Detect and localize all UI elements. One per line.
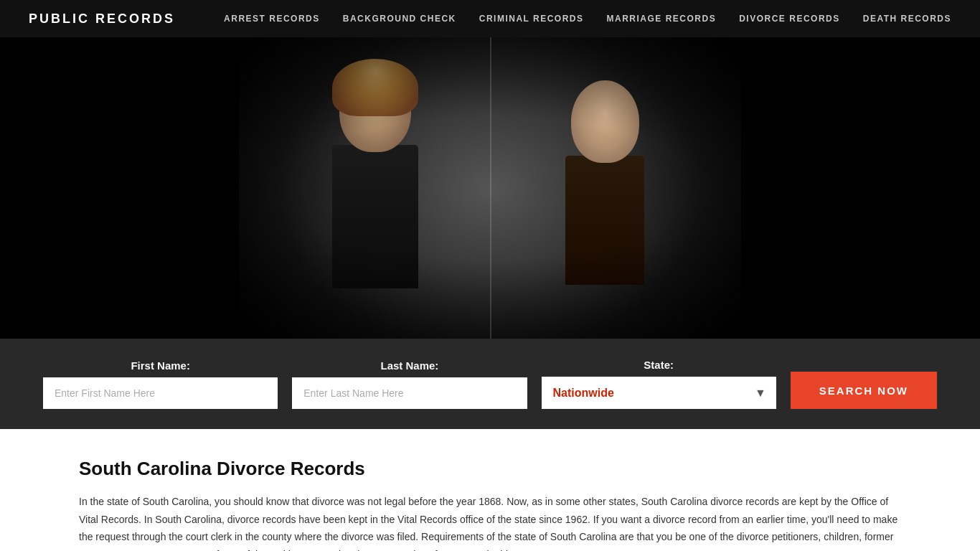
page-content: South Carolina Divorce Records In the st… bbox=[0, 429, 980, 551]
state-select[interactable]: NationwideAlabamaAlaskaArizonaArkansasCa… bbox=[542, 377, 776, 409]
site-logo: PUBLIC RECORDS bbox=[29, 11, 175, 27]
nav-item-death-records[interactable]: DEATH RECORDS bbox=[863, 14, 951, 24]
hero-background bbox=[0, 37, 980, 339]
state-label: State: bbox=[542, 359, 776, 371]
person-left-hair bbox=[332, 59, 418, 116]
person-left bbox=[296, 66, 454, 331]
person-right-hair bbox=[557, 70, 654, 163]
site-header: PUBLIC RECORDS ARREST RECORDSBACKGROUND … bbox=[0, 0, 980, 37]
first-name-label: First Name: bbox=[43, 359, 278, 372]
last-name-input[interactable] bbox=[292, 377, 527, 409]
nav-item-divorce-records[interactable]: DIVORCE RECORDS bbox=[739, 14, 840, 24]
image-divider bbox=[490, 37, 491, 339]
hero-image bbox=[0, 37, 980, 339]
person-left-head bbox=[339, 66, 411, 152]
state-field: State: NationwideAlabamaAlaskaArizonaArk… bbox=[542, 359, 776, 409]
main-nav: ARREST RECORDSBACKGROUND CHECKCRIMINAL R… bbox=[224, 14, 951, 24]
nav-item-arrest-records[interactable]: ARREST RECORDS bbox=[224, 14, 320, 24]
last-name-label: Last Name: bbox=[292, 359, 527, 372]
nav-item-background-check[interactable]: BACKGROUND CHECK bbox=[343, 14, 456, 24]
nav-item-marriage-records[interactable]: MARRIAGE RECORDS bbox=[607, 14, 717, 24]
first-name-field: First Name: bbox=[43, 359, 278, 409]
last-name-field: Last Name: bbox=[292, 359, 527, 409]
state-select-wrapper: NationwideAlabamaAlaskaArizonaArkansasCa… bbox=[542, 377, 776, 409]
person-right-head bbox=[571, 80, 639, 163]
person-right bbox=[526, 80, 684, 331]
search-bar: First Name: Last Name: State: Nationwide… bbox=[0, 339, 980, 429]
person-left-body bbox=[332, 145, 418, 288]
content-paragraph-1: In the state of South Carolina, you shou… bbox=[79, 493, 901, 551]
couple-image bbox=[239, 37, 741, 339]
nav-item-criminal-records[interactable]: CRIMINAL RECORDS bbox=[479, 14, 584, 24]
page-title: South Carolina Divorce Records bbox=[79, 458, 901, 480]
person-right-body bbox=[565, 156, 644, 285]
search-now-button[interactable]: SEARCH NOW bbox=[791, 372, 937, 409]
first-name-input[interactable] bbox=[43, 377, 278, 409]
